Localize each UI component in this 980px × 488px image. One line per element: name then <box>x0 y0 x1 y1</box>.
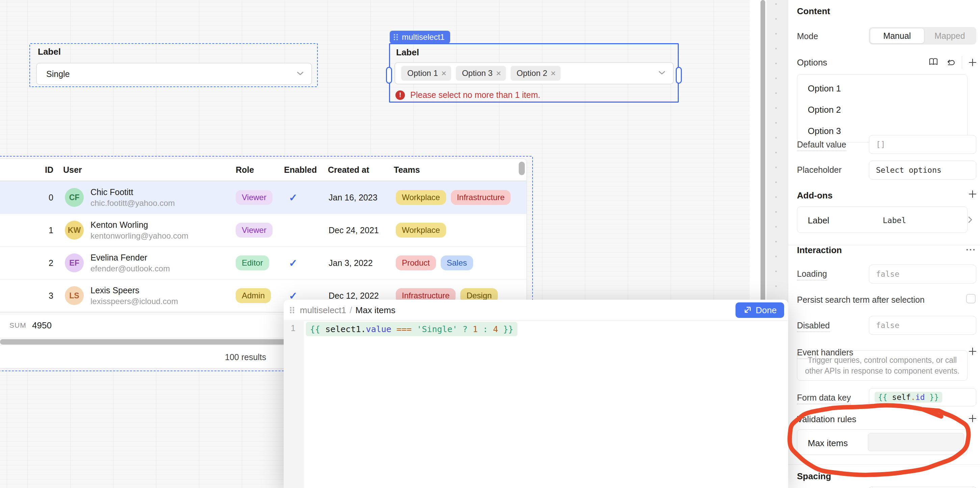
inspector-panel: Content Mode Manual Mapped Options Optio… <box>788 0 980 488</box>
open-editor-icon[interactable] <box>928 57 939 68</box>
col-header-user[interactable]: User <box>63 165 82 175</box>
avatar: EF <box>65 254 84 273</box>
role-badge: Editor <box>236 255 269 270</box>
drag-handle-icon[interactable] <box>289 306 295 315</box>
select1-value: Single <box>46 69 70 79</box>
persist-checkbox[interactable] <box>966 294 975 303</box>
results-count: 100 results <box>225 352 266 362</box>
avatar: KW <box>65 221 84 239</box>
multiselect1-input[interactable]: Option 1 × Option 3 × Option 2 × <box>395 62 674 84</box>
breadcrumb-field: Max items <box>356 305 395 315</box>
max-items-label: Max items <box>808 438 848 448</box>
col-header-role[interactable]: Role <box>236 165 254 175</box>
modal-header: multiselect1/Max items Done <box>284 300 788 321</box>
option-item[interactable]: Option 1 <box>808 83 841 94</box>
cell-user: Kenton Worling kentonworling@yahoo.com <box>91 220 188 241</box>
chevron-right-icon[interactable] <box>968 215 972 225</box>
col-header-teams[interactable]: Teams <box>394 165 420 175</box>
breadcrumb-separator: / <box>350 305 352 315</box>
remove-tag-icon[interactable]: × <box>441 68 446 79</box>
section-validation-rules: Validation rules <box>797 414 856 425</box>
breadcrumb-component: multiselect1 <box>300 305 346 315</box>
table-row[interactable]: 1 KW Kenton Worling kentonworling@yahoo.… <box>0 214 527 247</box>
add-option-icon[interactable] <box>968 58 977 68</box>
options-label: Options <box>797 57 827 68</box>
multiselect1-name: multiselect1 <box>402 32 445 42</box>
user-email: chic.footitt@yahoo.com <box>91 198 175 208</box>
spacing-input-partial[interactable] <box>869 486 976 488</box>
addon-label: Label <box>808 215 829 226</box>
loading-input[interactable]: false <box>869 265 976 284</box>
user-name: Evelina Fender <box>91 253 170 263</box>
tag-label: Option 1 <box>407 68 438 78</box>
user-email: efender@outlook.com <box>91 264 170 273</box>
multiselect1-label: Label <box>396 47 419 58</box>
cell-id: 0 <box>0 193 53 203</box>
collapse-icon <box>743 306 752 315</box>
form-data-key-label: Form data key <box>797 393 851 404</box>
form-data-key-input[interactable]: {{ self.id }} <box>869 388 976 406</box>
multiselect1-name-tag[interactable]: multiselect1 <box>390 31 450 44</box>
selected-option-tag: Option 2 × <box>511 66 561 81</box>
select1-selection-outline[interactable]: Label Single <box>29 43 318 87</box>
add-validation-rule-icon[interactable] <box>968 414 977 424</box>
table-row[interactable]: 2 EF Evelina Fender efender@outlook.com … <box>0 247 527 279</box>
event-handlers-hint: Trigger queries, control components, or … <box>797 350 967 381</box>
addons-list: Label Label <box>797 206 967 233</box>
chevron-down-icon[interactable] <box>296 71 304 77</box>
options-list: Option 1 Option 2 Option 3 <box>797 74 967 143</box>
mode-mapped-option[interactable]: Mapped <box>924 28 975 44</box>
cell-id: 1 <box>0 225 53 235</box>
team-badge: Sales <box>441 255 473 270</box>
col-header-created[interactable]: Created at <box>328 165 369 175</box>
sum-value: 4950 <box>32 320 52 330</box>
mode-segmented-control: Manual Mapped <box>869 27 976 44</box>
validation-error-message: ! Please select no more than 1 item. <box>395 90 540 100</box>
max-items-input[interactable] <box>868 433 964 451</box>
mode-label: Mode <box>797 32 818 41</box>
enabled-check-icon: ✓ <box>286 192 301 203</box>
resize-handle-left[interactable] <box>386 67 392 84</box>
toolbar-divider <box>962 56 962 69</box>
sum-label: SUM <box>10 321 26 330</box>
cell-created: Dec 12, 2022 <box>329 291 379 301</box>
col-header-enabled[interactable]: Enabled <box>284 165 317 175</box>
select1-input[interactable]: Single <box>36 63 312 85</box>
cell-user: Lexis Speers lexisspeers@icloud.com <box>91 285 178 306</box>
remove-tag-icon[interactable]: × <box>551 68 556 79</box>
add-event-handler-icon[interactable] <box>968 347 977 357</box>
placeholder-input[interactable]: Select options <box>869 161 976 179</box>
avatar: LS <box>65 286 84 305</box>
mode-manual-option[interactable]: Manual <box>870 28 924 44</box>
error-text: Please select no more than 1 item. <box>410 90 540 100</box>
cell-teams: Product Sales <box>396 255 473 270</box>
table-row[interactable]: 0 CF Chic Footitt chic.footitt@yahoo.com… <box>0 181 527 214</box>
select1-label: Label <box>38 47 61 57</box>
section-addons: Add-ons <box>797 190 832 201</box>
revert-icon[interactable] <box>945 58 956 68</box>
chevron-down-icon[interactable] <box>658 70 666 76</box>
cell-created: Jan 3, 2022 <box>329 258 373 268</box>
role-badge: Admin <box>236 288 271 303</box>
option-item[interactable]: Option 3 <box>808 126 841 136</box>
disabled-input[interactable]: false <box>869 316 976 335</box>
default-value-input[interactable]: [] <box>869 135 976 154</box>
remove-tag-icon[interactable]: × <box>496 68 501 79</box>
section-interaction: Interaction <box>797 245 842 255</box>
more-icon[interactable] <box>965 246 976 255</box>
team-badge: Workplace <box>396 223 446 238</box>
user-name: Chic Footitt <box>91 187 175 197</box>
team-badge: Product <box>396 255 436 270</box>
option-item[interactable]: Option 2 <box>808 105 841 115</box>
cell-user: Chic Footitt chic.footitt@yahoo.com <box>91 187 175 208</box>
resize-handle-right[interactable] <box>676 67 682 84</box>
team-badge: Workplace <box>396 190 446 205</box>
add-addon-icon[interactable] <box>968 190 977 200</box>
selected-option-tag: Option 1 × <box>401 66 451 81</box>
multiselect1-selection-outline[interactable]: Label Option 1 × Option 3 × Option 2 × !… <box>389 43 679 103</box>
vertical-scrollbar-thumb[interactable] <box>519 162 525 175</box>
col-header-id[interactable]: ID <box>0 165 53 175</box>
cell-teams: Workplace <box>396 223 446 238</box>
done-button[interactable]: Done <box>735 303 784 318</box>
code-editor-line[interactable]: {{ select1.value === 'Single' ? 1 : 4 }} <box>306 322 517 336</box>
